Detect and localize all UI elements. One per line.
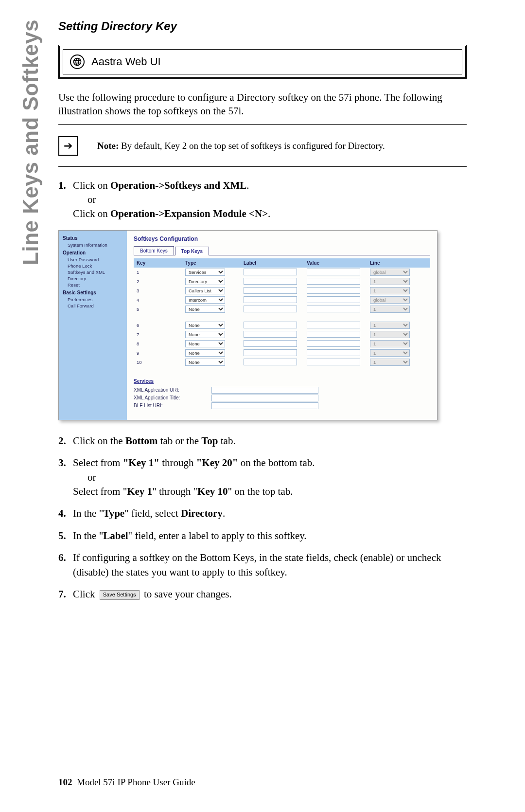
value-input[interactable] bbox=[307, 322, 360, 328]
value-input[interactable] bbox=[307, 269, 360, 275]
table-row: 6None1 bbox=[134, 321, 430, 330]
type-select[interactable]: None bbox=[185, 359, 225, 366]
table-row: 2Directory1 bbox=[134, 277, 430, 286]
nav-user-password[interactable]: User Password bbox=[63, 256, 125, 263]
type-select[interactable]: Intercom bbox=[185, 296, 225, 304]
xml-title-input[interactable] bbox=[211, 395, 318, 401]
services-heading: Services bbox=[134, 379, 430, 384]
value-input[interactable] bbox=[307, 306, 360, 312]
note-row: ➔ Note: By default, Key 2 on the top set… bbox=[58, 136, 467, 156]
blf-input[interactable] bbox=[211, 402, 318, 409]
nav-reset[interactable]: Reset bbox=[63, 282, 125, 288]
th-type: Type bbox=[185, 260, 244, 266]
nav-phone-lock[interactable]: Phone Lock bbox=[63, 263, 125, 269]
table-row: 9None1 bbox=[134, 348, 430, 358]
th-line: Line bbox=[370, 260, 409, 266]
tab-top-keys[interactable]: Top Keys bbox=[175, 247, 209, 255]
type-select[interactable]: None bbox=[185, 306, 225, 313]
table-row: 10None1 bbox=[134, 358, 430, 367]
divider bbox=[58, 124, 467, 125]
key-cell: 10 bbox=[137, 360, 185, 365]
key-cell: 1 bbox=[137, 270, 185, 275]
xml-uri-input[interactable] bbox=[211, 387, 318, 394]
label-input[interactable] bbox=[244, 306, 297, 312]
line-select[interactable]: 1 bbox=[370, 287, 410, 294]
step-4: In the "Type" field, select Directory. bbox=[58, 506, 467, 521]
web-ui-label: Aastra Web UI bbox=[91, 55, 161, 68]
key-cell: 5 bbox=[137, 307, 185, 312]
services-section: Services XML Application URI: XML Applic… bbox=[134, 379, 430, 409]
nav-basic-settings[interactable]: Basic Settings bbox=[63, 290, 125, 295]
tab-row: Bottom Keys Top Keys bbox=[134, 246, 430, 255]
type-select[interactable]: Callers List bbox=[185, 287, 225, 294]
line-select[interactable]: 1 bbox=[370, 340, 410, 347]
section-title: Setting Directory Key bbox=[58, 19, 467, 33]
nav-directory[interactable]: Directory bbox=[63, 275, 125, 282]
label-input[interactable] bbox=[244, 359, 297, 365]
nav-system-info[interactable]: System Information bbox=[63, 242, 125, 248]
table-row: 4Intercomglobal bbox=[134, 295, 430, 305]
page-footer: 102 Model 57i IP Phone User Guide bbox=[58, 777, 195, 788]
xml-title-label: XML Application Title: bbox=[134, 395, 211, 400]
key-cell: 3 bbox=[137, 288, 185, 293]
steps-list-cont: Click on the Bottom tab or the Top tab. … bbox=[58, 434, 467, 602]
type-select[interactable]: None bbox=[185, 340, 225, 347]
nav-status[interactable]: Status bbox=[63, 235, 125, 241]
type-select[interactable]: Directory bbox=[185, 278, 225, 285]
step-7: Click Save Settings to save your changes… bbox=[58, 587, 467, 601]
intro-text: Use the following procedure to configure… bbox=[58, 90, 467, 118]
label-input[interactable] bbox=[244, 331, 297, 338]
nav-preferences[interactable]: Preferences bbox=[63, 296, 125, 303]
config-screenshot: Status System Information Operation User… bbox=[58, 230, 438, 420]
value-input[interactable] bbox=[307, 359, 360, 365]
line-select[interactable]: 1 bbox=[370, 278, 410, 285]
note-text: Note: By default, Key 2 on the top set o… bbox=[97, 141, 385, 151]
th-value: Value bbox=[307, 260, 370, 266]
nav-operation[interactable]: Operation bbox=[63, 250, 125, 255]
type-select[interactable]: Services bbox=[185, 269, 225, 276]
line-select[interactable]: 1 bbox=[370, 359, 410, 366]
step-6: If configuring a softkey on the Bottom K… bbox=[58, 551, 467, 579]
line-select[interactable]: 1 bbox=[370, 306, 410, 313]
line-select[interactable]: global bbox=[370, 269, 410, 276]
table-row: 3Callers List1 bbox=[134, 286, 430, 295]
line-select[interactable]: global bbox=[370, 296, 410, 304]
save-settings-button[interactable]: Save Settings bbox=[100, 590, 140, 599]
type-select[interactable]: None bbox=[185, 322, 225, 329]
globe-icon bbox=[70, 54, 85, 69]
type-select[interactable]: None bbox=[185, 349, 225, 357]
blf-label: BLF List URI: bbox=[134, 403, 211, 408]
value-input[interactable] bbox=[307, 349, 360, 356]
label-input[interactable] bbox=[244, 349, 297, 356]
label-input[interactable] bbox=[244, 287, 297, 294]
key-cell: 9 bbox=[137, 350, 185, 356]
table-row: 5None1 bbox=[134, 305, 430, 314]
label-input[interactable] bbox=[244, 278, 297, 285]
value-input[interactable] bbox=[307, 331, 360, 338]
key-cell: 6 bbox=[137, 323, 185, 328]
xml-uri-label: XML Application URI: bbox=[134, 387, 211, 393]
tab-bottom-keys[interactable]: Bottom Keys bbox=[134, 246, 174, 255]
screenshot-main: Softkeys Configuration Bottom Keys Top K… bbox=[127, 231, 437, 420]
key-cell: 4 bbox=[137, 297, 185, 303]
nav-softkeys-xml[interactable]: Softkeys and XML bbox=[63, 269, 125, 275]
key-cell: 7 bbox=[137, 332, 185, 337]
line-select[interactable]: 1 bbox=[370, 331, 410, 338]
web-ui-callout: Aastra Web UI bbox=[58, 45, 467, 79]
line-select[interactable]: 1 bbox=[370, 349, 410, 357]
value-input[interactable] bbox=[307, 340, 360, 347]
step-1: Click on Operation->Softkeys and XML. or… bbox=[58, 179, 467, 221]
label-input[interactable] bbox=[244, 322, 297, 328]
nav-call-forward[interactable]: Call Forward bbox=[63, 303, 125, 309]
label-input[interactable] bbox=[244, 269, 297, 275]
line-select[interactable]: 1 bbox=[370, 322, 410, 329]
label-input[interactable] bbox=[244, 296, 297, 303]
label-input[interactable] bbox=[244, 340, 297, 347]
key-cell: 2 bbox=[137, 279, 185, 284]
value-input[interactable] bbox=[307, 287, 360, 294]
softkey-table: Key Type Label Value Line 1Servicesgloba… bbox=[134, 258, 430, 367]
value-input[interactable] bbox=[307, 278, 360, 285]
th-label: Label bbox=[244, 260, 307, 266]
type-select[interactable]: None bbox=[185, 331, 225, 338]
value-input[interactable] bbox=[307, 296, 360, 303]
